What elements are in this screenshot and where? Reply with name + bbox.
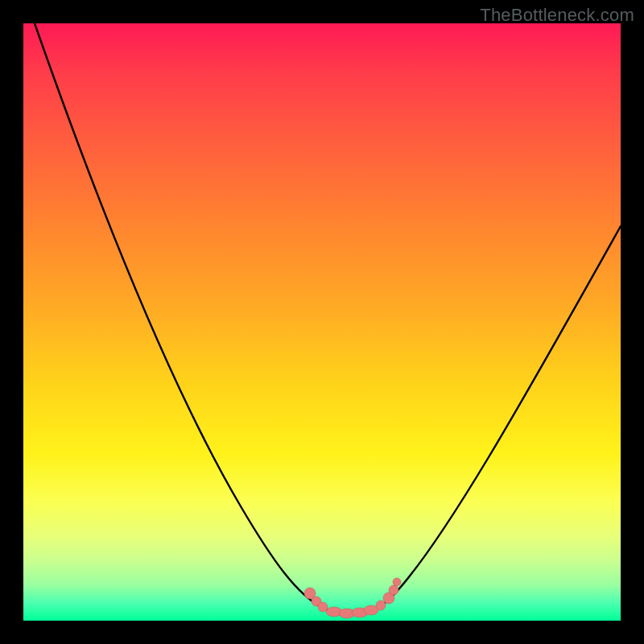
- outer-frame: TheBottleneck.com: [0, 0, 644, 644]
- valley-dot: [389, 585, 398, 595]
- bottleneck-curve: [35, 23, 621, 615]
- watermark-text: TheBottleneck.com: [480, 5, 634, 26]
- curve-layer: [23, 23, 621, 621]
- valley-dot: [393, 578, 401, 586]
- valley-dot: [376, 601, 386, 610]
- valley-marker-group: [304, 578, 401, 618]
